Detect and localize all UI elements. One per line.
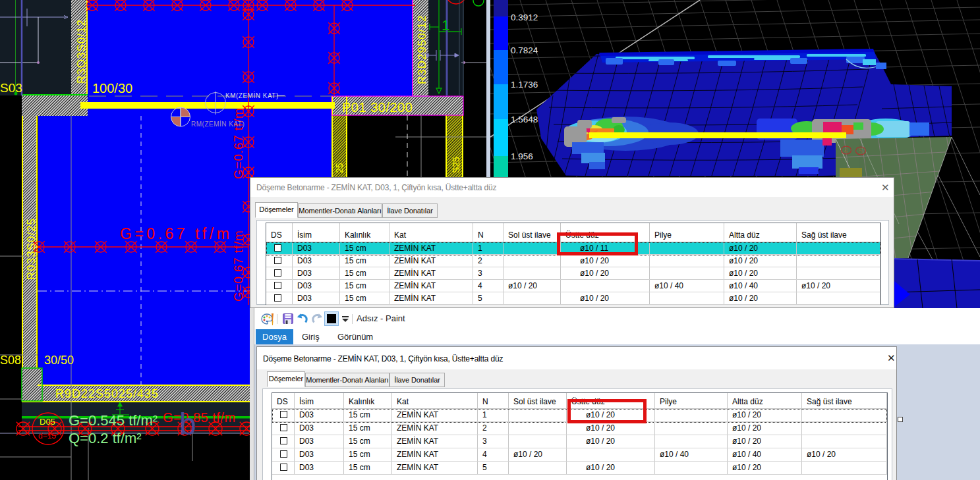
svg-text:5: 5 (858, 147, 863, 156)
svg-text:30/50: 30/50 (44, 354, 74, 367)
svg-text:S08: S08 (0, 354, 21, 367)
svg-text:1.1736: 1.1736 (511, 80, 538, 90)
svg-text:d=15: d=15 (38, 431, 56, 440)
svg-text:R033S0/25: R033S0/25 (25, 218, 38, 280)
svg-text:R3Q3S0/12: R3Q3S0/12 (75, 19, 88, 84)
svg-text:KM(ZEMİN KAT): KM(ZEMİN KAT) (225, 92, 279, 99)
svg-text:25: 25 (334, 163, 345, 173)
svg-text:P01 30/200: P01 30/200 (342, 100, 413, 115)
svg-text:G=0.67 tf/m: G=0.67 tf/m (231, 230, 245, 302)
svg-text:0.7824: 0.7824 (511, 45, 538, 55)
svg-text:R9D22S5025/435: R9D22S5025/435 (55, 387, 159, 400)
svg-text:1: 1 (442, 17, 449, 34)
svg-text:Q=0.2 tf/m²: Q=0.2 tf/m² (69, 430, 142, 446)
svg-text:RM(ZEMİN KAT): RM(ZEMİN KAT) (191, 120, 245, 128)
svg-text:G=0.85 tf/m: G=0.85 tf/m (163, 410, 236, 425)
svg-text:G=0.67 tf/m: G=0.67 tf/m (120, 225, 232, 242)
svg-text:S25: S25 (451, 157, 461, 173)
svg-text:1.956: 1.956 (511, 151, 533, 161)
svg-text:G=0.545 tf/m²: G=0.545 tf/m² (69, 412, 158, 429)
svg-text:0.3912: 0.3912 (511, 13, 538, 22)
svg-text:S03: S03 (0, 81, 22, 95)
svg-text:D05: D05 (40, 417, 55, 427)
svg-text:100/30: 100/30 (92, 81, 132, 95)
svg-text:4: 4 (844, 146, 848, 155)
svg-text:b: b (179, 407, 196, 441)
svg-text:G=0.67 tf/m: G=0.67 tf/m (231, 107, 245, 179)
svg-text:1.5648: 1.5648 (511, 115, 538, 124)
svg-text:R3D2950/12: R3D2950/12 (416, 15, 428, 84)
